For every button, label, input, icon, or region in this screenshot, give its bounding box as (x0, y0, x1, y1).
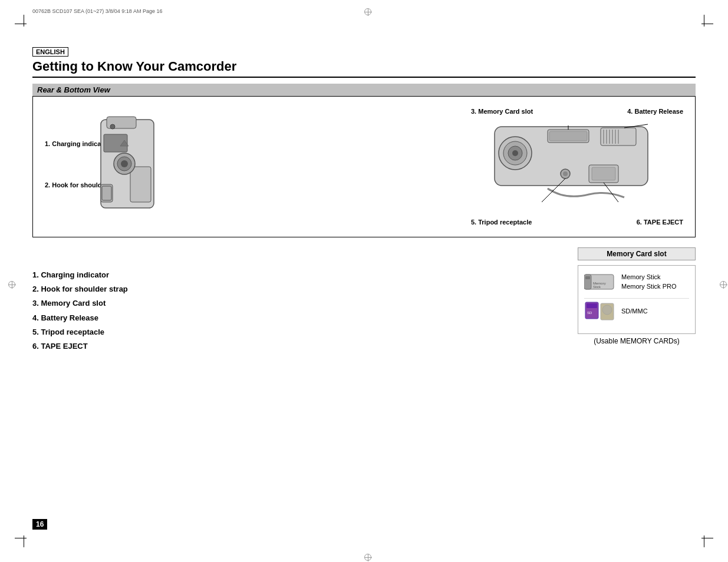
memory-slot-box: Memory Stick Memory StickMemory Stick PR… (578, 265, 696, 334)
feature-list: 1. Charging indicator 2. Hook for should… (32, 270, 128, 355)
memory-stick-label: Memory StickMemory Stick PRO (621, 273, 677, 291)
svg-rect-41 (587, 303, 597, 308)
svg-text:Stick: Stick (593, 285, 601, 289)
svg-rect-37 (585, 276, 590, 279)
sd-mmc-image: SD (584, 301, 617, 322)
feature-item-2: 2. Hook for shoulder strap (32, 284, 128, 295)
diagram-label-5: 5. Tripod receptacle (471, 219, 532, 226)
camcorder-rear-illustration: 1. Charging indicator 2. Hook for should… (45, 108, 174, 226)
feature-item-1: 1. Charging indicator (32, 270, 128, 280)
svg-point-44 (602, 305, 612, 315)
page-number: 16 (32, 519, 47, 530)
svg-rect-8 (130, 167, 151, 202)
camcorder-left-svg (68, 108, 174, 226)
svg-rect-19 (549, 131, 587, 141)
sd-mmc-label: SD/MMC (621, 307, 648, 316)
language-badge: ENGLISH (32, 47, 68, 57)
camcorder-right-svg (471, 121, 671, 215)
main-content: ENGLISH Getting to Know Your Camcorder R… (32, 47, 696, 244)
feature-item-5: 5. Tripod receptacle (32, 327, 128, 338)
svg-rect-32 (592, 167, 615, 180)
diagram-label-4: 4. Battery Release (627, 108, 683, 115)
diagram-box: 1. Charging indicator 2. Hook for should… (32, 96, 696, 237)
memory-card-section: Memory Card slot Memory Stick Memory Sti… (578, 247, 696, 345)
svg-point-30 (563, 171, 568, 176)
header-text: 00762B SCD107 SEA (01~27) 3/8/04 9:18 AM… (32, 8, 162, 14)
camcorder-bottom-illustration: 3. Memory Card slot 4. Battery Release (471, 108, 683, 226)
usable-memory-label: (Usable MEMORY CARDs) (578, 337, 696, 345)
section-header: Rear & Bottom View (32, 84, 696, 96)
feature-item-3: 3. Memory Card slot (32, 298, 128, 309)
svg-point-17 (512, 150, 518, 156)
memory-stick-image: Memory Stick (584, 272, 617, 292)
diagram-label-3: 3. Memory Card slot (471, 108, 533, 115)
diagram-label-6: 6. TAPE EJECT (637, 219, 683, 226)
diagram-labels-bottom: 5. Tripod receptacle 6. TAPE EJECT (471, 219, 683, 226)
feature-item-6: 6. TAPE EJECT (32, 341, 128, 352)
memory-stick-row: Memory Stick Memory StickMemory Stick PR… (584, 272, 689, 292)
diagram-labels-top: 3. Memory Card slot 4. Battery Release (471, 108, 683, 115)
page-title: Getting to Know Your Camcorder (32, 59, 696, 78)
svg-text:SD: SD (587, 311, 592, 315)
page-header: 00762B SCD107 SEA (01~27) 3/8/04 9:18 AM… (32, 8, 696, 14)
svg-point-12 (121, 160, 128, 167)
feature-item-4: 4. Battery Release (32, 313, 128, 323)
sd-mmc-row: SD SD/MMC (584, 301, 689, 322)
memory-slot-title: Memory Card slot (578, 247, 696, 260)
svg-rect-6 (101, 184, 113, 202)
svg-point-5 (110, 124, 115, 129)
